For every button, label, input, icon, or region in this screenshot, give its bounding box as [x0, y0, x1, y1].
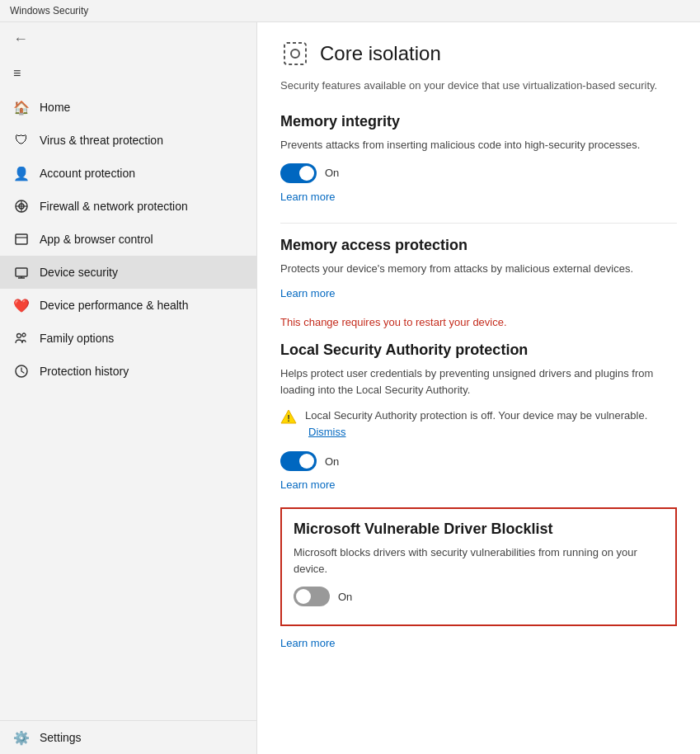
- mvdb-toggle[interactable]: [294, 587, 330, 606]
- page-icon: [280, 39, 310, 68]
- page-title: Core isolation: [320, 42, 441, 65]
- memory-integrity-section: Memory integrity Prevents attacks from i…: [280, 113, 677, 219]
- back-arrow-icon: ←: [13, 31, 28, 48]
- memory-integrity-title: Memory integrity: [280, 113, 677, 130]
- sidebar-item-account[interactable]: 👤 Account protection: [0, 157, 256, 190]
- sidebar-item-device-health[interactable]: ❤️ Device performance & health: [0, 289, 256, 322]
- sidebar-item-settings[interactable]: ⚙️ Settings: [0, 721, 256, 754]
- mvdb-toggle-row: On: [294, 587, 664, 606]
- sidebar-item-settings-label: Settings: [40, 731, 82, 744]
- memory-integrity-toggle[interactable]: [280, 163, 317, 183]
- memory-access-desc: Protects your device's memory from attac…: [280, 261, 677, 277]
- sidebar-item-app-browser-label: App & browser control: [40, 233, 153, 246]
- lsa-learn-more[interactable]: Learn more: [280, 478, 335, 491]
- app-browser-icon: [13, 231, 30, 247]
- app-container: ← ≡ 🏠 Home 🛡 Virus & threat protection 👤…: [0, 22, 700, 754]
- memory-access-section: Memory access protection Protects your d…: [280, 237, 677, 317]
- hamburger-button[interactable]: ≡: [0, 56, 256, 91]
- app-title: Windows Security: [10, 5, 88, 16]
- account-icon: 👤: [13, 165, 30, 181]
- memory-integrity-learn-more[interactable]: Learn more: [280, 191, 335, 203]
- sidebar-item-account-label: Account protection: [40, 167, 135, 180]
- page-header: Core isolation: [280, 39, 677, 68]
- main-content: Core isolation Security features availab…: [257, 22, 700, 754]
- warning-icon: !: [280, 408, 297, 425]
- sidebar-item-protection-history[interactable]: Protection history: [0, 355, 256, 388]
- memory-integrity-toggle-label: On: [325, 167, 339, 179]
- sidebar-item-device-health-label: Device performance & health: [40, 299, 189, 312]
- mvdb-title: Microsoft Vulnerable Driver Blocklist: [294, 521, 664, 538]
- lsa-toggle-row: On: [280, 451, 677, 471]
- memory-integrity-desc: Prevents attacks from inserting maliciou…: [280, 137, 677, 153]
- sidebar-item-family-label: Family options: [40, 332, 114, 345]
- svg-text:!: !: [287, 413, 290, 423]
- device-health-icon: ❤️: [13, 297, 30, 313]
- sidebar-item-home-label: Home: [40, 101, 70, 114]
- mvdb-desc: Microsoft blocks drivers with security v…: [294, 544, 664, 577]
- back-button[interactable]: ←: [0, 22, 256, 56]
- shield-icon: 🛡: [13, 132, 30, 148]
- divider-1: [280, 223, 677, 224]
- lsa-title: Local Security Authority protection: [280, 342, 677, 359]
- home-icon: 🏠: [13, 99, 30, 115]
- lsa-toggle-label: On: [325, 455, 339, 468]
- sidebar-item-family[interactable]: Family options: [0, 322, 256, 355]
- firewall-icon: [13, 198, 30, 214]
- svg-rect-6: [16, 268, 27, 276]
- svg-point-10: [22, 333, 26, 337]
- sidebar-item-device-security-label: Device security: [40, 266, 118, 279]
- page-subtitle: Security features available on your devi…: [280, 78, 677, 93]
- lsa-warning-text: Local Security Authority protection is o…: [305, 408, 677, 440]
- memory-access-title: Memory access protection: [280, 237, 677, 254]
- sidebar-item-virus[interactable]: 🛡 Virus & threat protection: [0, 124, 256, 157]
- settings-icon: ⚙️: [13, 729, 30, 746]
- mvdb-toggle-label: On: [338, 591, 352, 603]
- sidebar-item-protection-history-label: Protection history: [40, 365, 129, 378]
- memory-access-learn-more[interactable]: Learn more: [280, 287, 335, 299]
- sidebar-item-device-security[interactable]: Device security: [0, 256, 256, 289]
- sidebar: ← ≡ 🏠 Home 🛡 Virus & threat protection 👤…: [0, 22, 257, 754]
- lsa-warning-box: ! Local Security Authority protection is…: [280, 408, 677, 440]
- history-icon: [13, 363, 30, 379]
- title-bar: Windows Security: [0, 0, 700, 22]
- lsa-section: Local Security Authority protection Help…: [280, 342, 677, 507]
- lsa-dismiss-link[interactable]: Dismiss: [308, 426, 346, 438]
- sidebar-bottom: ⚙️ Settings: [0, 720, 256, 754]
- mvdb-learn-more[interactable]: Learn more: [280, 637, 335, 649]
- lsa-toggle[interactable]: [280, 451, 317, 471]
- sidebar-item-home[interactable]: 🏠 Home: [0, 91, 256, 124]
- sidebar-item-firewall[interactable]: Firewall & network protection: [0, 190, 256, 223]
- family-icon: [13, 330, 30, 346]
- memory-integrity-toggle-row: On: [280, 163, 677, 183]
- mvdb-section: Microsoft Vulnerable Driver Blocklist Mi…: [280, 507, 677, 626]
- sidebar-item-virus-label: Virus & threat protection: [40, 134, 163, 147]
- svg-rect-12: [284, 43, 306, 64]
- svg-point-13: [291, 49, 299, 58]
- restart-notice: This change requires you to restart your…: [280, 316, 677, 328]
- lsa-desc: Helps protect user credentials by preven…: [280, 365, 677, 398]
- svg-rect-4: [16, 234, 27, 244]
- device-security-icon: [13, 264, 30, 280]
- svg-point-9: [17, 334, 21, 338]
- sidebar-item-app-browser[interactable]: App & browser control: [0, 223, 256, 256]
- sidebar-item-firewall-label: Firewall & network protection: [40, 200, 188, 213]
- hamburger-icon: ≡: [13, 66, 21, 80]
